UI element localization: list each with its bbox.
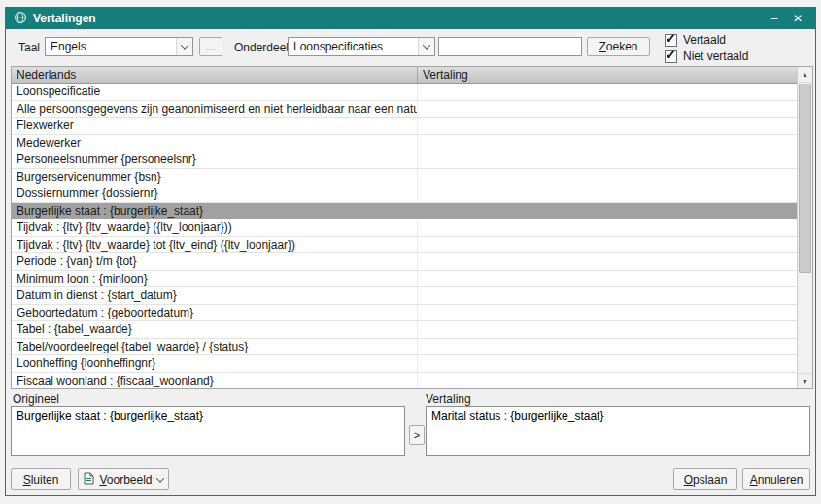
cell-nederlands: Minimum loon : {minloon} (12, 271, 418, 287)
cell-nederlands: Fiscaal woonland : {fiscaal_woonland} (12, 373, 418, 389)
checkbox-box: ✓ (665, 34, 677, 47)
cell-vertaling (418, 151, 797, 168)
cell-vertaling (418, 203, 797, 219)
translations-table: Nederlands Vertaling Loonspecificatie Al… (11, 66, 813, 389)
table-row[interactable]: Periode : {van} t/m {tot} (12, 253, 797, 271)
cell-vertaling (418, 253, 797, 270)
cell-nederlands: Personeelsnummer {personeelsnr} (12, 151, 418, 168)
cell-nederlands: Burgerlijke staat : {burgerlijke_staat} (12, 203, 418, 219)
cell-vertaling (418, 373, 797, 389)
table-row[interactable]: Flexwerker (12, 118, 797, 135)
table-row[interactable]: Tabel : {tabel_waarde} (12, 321, 797, 339)
table-row[interactable]: Medewerker (12, 135, 797, 152)
cell-vertaling (418, 305, 797, 321)
table-header: Nederlands Vertaling (12, 67, 797, 84)
taal-combobox[interactable]: Engels (45, 37, 193, 56)
niet-vertaald-checkbox-label: Niet vertaald (683, 50, 748, 63)
cell-vertaling (418, 84, 797, 100)
cell-nederlands: Periode : {van} t/m {tot} (12, 253, 418, 270)
cell-nederlands: Dossiernummer {dossiernr} (12, 185, 418, 202)
vertaald-checkbox-label: Vertaald (683, 33, 726, 47)
onderdeel-combobox-value: Loonspecificaties (289, 40, 418, 53)
niet-vertaald-checkbox[interactable]: ✓ Niet vertaald (665, 49, 748, 64)
table-row[interactable]: Personeelsnummer {personeelsnr} (12, 151, 797, 169)
cell-vertaling (418, 287, 797, 304)
search-input[interactable] (438, 37, 582, 56)
cell-nederlands: Flexwerker (12, 118, 418, 134)
cell-vertaling (418, 135, 797, 151)
checkbox-box: ✓ (665, 50, 677, 63)
scroll-up-button[interactable]: ▲ (798, 67, 812, 83)
cell-vertaling (418, 271, 797, 287)
table-row[interactable]: Minimum loon : {minloon} (12, 271, 797, 288)
table-row[interactable]: Geboortedatum : {geboortedatum} (12, 305, 797, 322)
cell-vertaling (418, 339, 797, 355)
scrollbar[interactable]: ▲ ▼ (797, 67, 812, 388)
cell-vertaling (418, 118, 797, 134)
column-header-nederlands[interactable]: Nederlands (12, 67, 418, 83)
check-icon: ✓ (666, 31, 676, 46)
onderdeel-label: Onderdeel (234, 41, 289, 54)
table-row[interactable]: Burgerservicenummer {bsn} (12, 169, 797, 186)
table-row[interactable]: Datum in dienst : {start_datum} (12, 287, 797, 305)
opslaan-button[interactable]: Opslaan (673, 468, 737, 490)
cell-nederlands: Tijdvak : {ltv} {ltv_waarde} ({ltv_loonj… (12, 219, 418, 236)
table-row[interactable]: Loonheffing {loonheffingnr} (12, 355, 797, 373)
table-row[interactable]: Burgerlijke staat : {burgerlijke_staat} (12, 203, 797, 220)
voorbeeld-button[interactable]: Voorbeeld (78, 468, 169, 490)
cell-nederlands: Tijdvak : {ltv} {ltv_waarde} tot {ltv_ei… (12, 237, 418, 253)
chevron-down-icon (176, 38, 192, 55)
origineel-label: Origineel (13, 392, 59, 406)
cell-nederlands: Geboortedatum : {geboortedatum} (12, 305, 418, 321)
cell-vertaling (418, 101, 797, 118)
cell-vertaling (418, 185, 797, 202)
table-row[interactable]: Tijdvak : {ltv} {ltv_waarde} ({ltv_loonj… (12, 219, 797, 237)
cell-nederlands: Loonheffing {loonheffingnr} (12, 355, 418, 372)
table-row[interactable]: Tijdvak : {ltv} {ltv_waarde} tot {ltv_ei… (12, 237, 797, 254)
vertaald-checkbox[interactable]: ✓ Vertaald (665, 32, 748, 48)
scroll-thumb[interactable] (799, 84, 811, 273)
titlebar: Vertalingen – ✕ (6, 8, 815, 29)
globe-icon (14, 11, 27, 27)
cell-nederlands: Tabel : {tabel_waarde} (12, 321, 418, 338)
cell-nederlands: Datum in dienst : {start_datum} (12, 287, 418, 304)
window-title: Vertalingen (33, 12, 761, 25)
more-languages-button[interactable]: ... (199, 37, 222, 56)
cell-nederlands: Alle persoonsgegevens zijn geanonimiseer… (12, 101, 418, 118)
taal-combobox-value: Engels (46, 40, 176, 53)
table-row[interactable]: Alle persoonsgegevens zijn geanonimiseer… (12, 101, 797, 118)
cell-vertaling (418, 355, 797, 372)
zoeken-button[interactable]: Zoeken (587, 37, 650, 56)
cell-nederlands: Loonspecificatie (12, 84, 418, 100)
vertaling-label: Vertaling (426, 392, 471, 406)
cell-vertaling (418, 169, 797, 185)
table-row[interactable]: Loonspecificatie (12, 84, 797, 101)
cell-vertaling (418, 219, 797, 236)
scroll-down-button[interactable]: ▼ (798, 373, 812, 388)
onderdeel-combobox[interactable]: Loonspecificaties (288, 37, 435, 56)
cell-nederlands: Medewerker (12, 135, 418, 151)
chevron-down-icon (418, 38, 434, 55)
cell-vertaling (418, 237, 797, 253)
taal-label: Taal (18, 41, 40, 54)
vertaling-textarea[interactable]: Marital status : {burgerlijke_staat} (426, 406, 810, 456)
cell-nederlands: Burgerservicenummer {bsn} (12, 169, 418, 185)
table-row[interactable]: Fiscaal woonland : {fiscaal_woonland} (12, 373, 797, 389)
close-button[interactable]: ✕ (788, 12, 807, 25)
column-header-vertaling[interactable]: Vertaling (418, 67, 797, 83)
cell-nederlands: Tabel/voordeelregel {tabel_waarde} / {st… (12, 339, 418, 355)
preview-icon (84, 472, 94, 487)
chevron-down-icon (155, 474, 163, 482)
check-icon: ✓ (666, 48, 676, 62)
filter-checkboxes: ✓ Vertaald ✓ Niet vertaald (665, 32, 748, 65)
table-row[interactable]: Tabel/voordeelregel {tabel_waarde} / {st… (12, 339, 797, 356)
minimize-button[interactable]: – (765, 12, 784, 25)
table-body: Loonspecificatie Alle persoonsgegevens z… (12, 84, 797, 388)
origineel-textarea[interactable]: Burgerlijke staat : {burgerlijke_staat} (11, 406, 405, 456)
transfer-button[interactable]: > (409, 425, 425, 445)
cell-vertaling (418, 321, 797, 338)
annuleren-button[interactable]: Annuleren (742, 468, 810, 490)
table-row[interactable]: Dossiernummer {dossiernr} (12, 185, 797, 203)
vertalingen-dialog: Vertalingen – ✕ Taal Engels ... Onderdee… (5, 7, 816, 496)
sluiten-button[interactable]: Sluiten (11, 468, 71, 490)
